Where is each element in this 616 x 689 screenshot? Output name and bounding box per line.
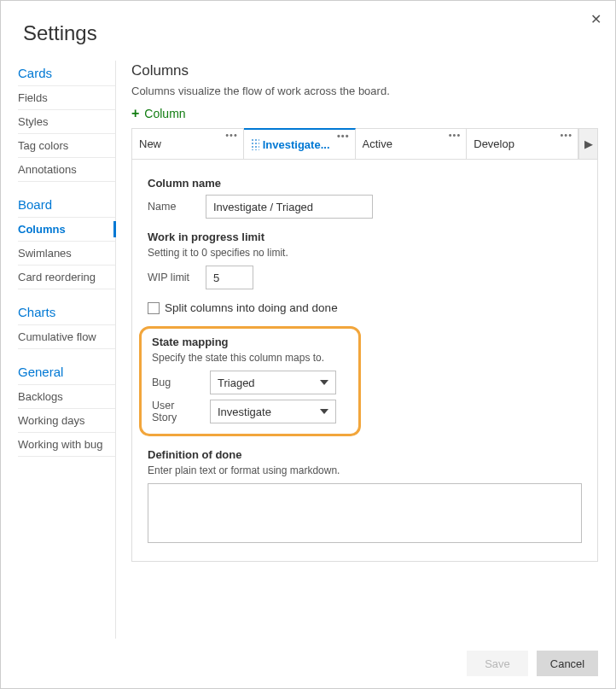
cancel-button[interactable]: Cancel <box>537 651 598 676</box>
sidebar-item-styles[interactable]: Styles <box>18 110 115 134</box>
sidebar-group-cards[interactable]: Cards <box>18 61 115 86</box>
column-name-input[interactable] <box>206 195 373 219</box>
chevron-down-icon <box>320 380 328 385</box>
sidebar-group-charts[interactable]: Charts <box>18 300 115 325</box>
sidebar: Cards Fields Styles Tag colors Annotatio… <box>1 61 116 639</box>
checkbox-icon[interactable] <box>148 302 160 314</box>
split-columns-checkbox[interactable]: Split columns into doing and done <box>148 301 582 314</box>
sidebar-item-tag-colors[interactable]: Tag colors <box>18 134 115 158</box>
plus-icon: + <box>131 106 139 121</box>
dialog-body: Cards Fields Styles Tag colors Annotatio… <box>1 61 615 639</box>
sidebar-item-backlogs[interactable]: Backlogs <box>18 385 115 409</box>
sidebar-item-working-days[interactable]: Working days <box>18 409 115 433</box>
ellipsis-icon[interactable]: ••• <box>449 131 462 140</box>
tab-label: Develop <box>474 137 571 150</box>
sidebar-group-board[interactable]: Board <box>18 192 115 218</box>
sidebar-item-fields[interactable]: Fields <box>18 86 115 110</box>
definition-of-done-input[interactable] <box>148 483 582 543</box>
add-column-button[interactable]: + Column <box>131 106 186 121</box>
dialog-title: Settings <box>1 1 615 61</box>
state-mapping-sub: Specify the state this column maps to. <box>152 352 348 364</box>
column-tabs: New ••• Investigate... ••• Active ••• De… <box>131 128 598 159</box>
definition-sub: Enter plain text or format using markdow… <box>148 464 582 476</box>
settings-dialog: ✕ Settings Cards Fields Styles Tag color… <box>0 0 616 689</box>
sidebar-item-card-reordering[interactable]: Card reordering <box>18 266 115 289</box>
tab-label: New <box>139 137 236 150</box>
grip-icon[interactable] <box>251 138 259 150</box>
page-description: Columns visualize the flow of work acros… <box>131 85 598 97</box>
sidebar-item-annotations[interactable]: Annotations <box>18 158 115 182</box>
wip-title: Work in progress limit <box>148 231 582 243</box>
wip-label: WIP limit <box>148 272 197 283</box>
state-mapping-bug-dropdown[interactable]: Triaged <box>210 371 336 394</box>
main-panel: Columns Columns visualize the flow of wo… <box>116 61 615 639</box>
sidebar-item-working-with-bug[interactable]: Working with bug <box>18 433 115 457</box>
tab-develop[interactable]: Develop ••• <box>467 129 578 159</box>
dropdown-value: Triaged <box>218 377 320 389</box>
add-column-label: Column <box>144 107 185 120</box>
dropdown-value: Investigate <box>218 406 320 418</box>
tabs-next-button[interactable]: ▶ <box>578 129 597 159</box>
column-name-title: Column name <box>148 177 582 190</box>
tab-label: Active <box>363 137 460 150</box>
state-mapping-section: State mapping Specify the state this col… <box>139 326 361 436</box>
sidebar-group-general[interactable]: General <box>18 359 115 385</box>
sidebar-item-columns[interactable]: Columns <box>18 218 115 242</box>
tab-new[interactable]: New ••• <box>132 129 244 159</box>
tab-investigate[interactable]: Investigate... ••• <box>244 128 356 159</box>
close-icon[interactable]: ✕ <box>590 11 601 27</box>
ellipsis-icon[interactable]: ••• <box>560 131 572 140</box>
dialog-footer: Save Cancel <box>1 639 615 688</box>
chevron-down-icon <box>320 409 328 414</box>
tab-label: Investigate... <box>263 138 348 151</box>
ellipsis-icon[interactable]: ••• <box>337 131 350 141</box>
column-settings-panel: Column name Name Work in progress limit … <box>131 159 598 562</box>
state-mapping-title: State mapping <box>152 336 348 348</box>
split-columns-label: Split columns into doing and done <box>165 301 338 314</box>
state-mapping-userstory-label: User Story <box>152 400 201 423</box>
tab-active[interactable]: Active ••• <box>356 129 468 159</box>
wip-sub: Setting it to 0 specifies no limit. <box>148 247 582 259</box>
save-button[interactable]: Save <box>467 651 528 676</box>
sidebar-item-cumulative-flow[interactable]: Cumulative flow <box>18 325 115 349</box>
definition-title: Definition of done <box>148 448 582 461</box>
ellipsis-icon[interactable]: ••• <box>225 131 238 140</box>
column-name-label: Name <box>148 201 197 213</box>
sidebar-item-swimlanes[interactable]: Swimlanes <box>18 242 115 266</box>
page-title: Columns <box>131 62 598 79</box>
state-mapping-bug-label: Bug <box>152 377 201 388</box>
state-mapping-userstory-dropdown[interactable]: Investigate <box>210 400 336 423</box>
wip-limit-input[interactable] <box>206 266 253 289</box>
